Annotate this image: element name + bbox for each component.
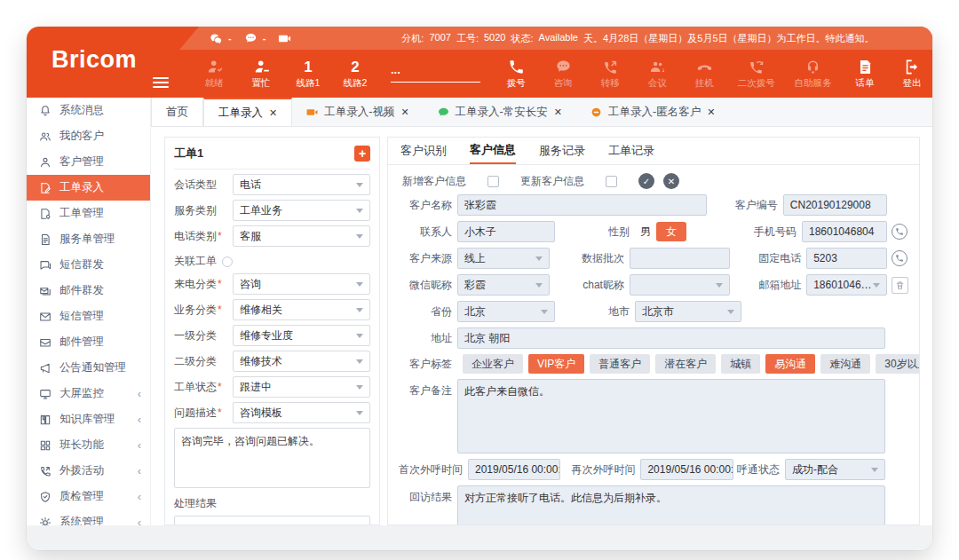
first-call-input[interactable]: 2019/05/16 00:00:00 (468, 459, 560, 480)
sidebar-item-sms-bulk[interactable]: 短信群发 (27, 252, 150, 278)
close-icon[interactable]: ✕ (554, 106, 562, 118)
address-input[interactable]: 北京 朝阳 (457, 327, 885, 349)
sidebar-item-system-messages[interactable]: 系统消息 (27, 98, 150, 123)
sidebar-item-ticket-management[interactable]: 工单管理 (27, 201, 150, 226)
email-select[interactable]: 18601046804@... (806, 274, 887, 296)
result-textarea[interactable] (174, 516, 370, 525)
gender-male-button[interactable]: 男 (635, 222, 656, 241)
hangup-button[interactable]: 挂机 (691, 59, 717, 90)
video-call-icon[interactable] (278, 32, 291, 45)
sidebar-item-announcements[interactable]: 公告通知管理 (27, 355, 150, 381)
tag-normal[interactable]: 普通客户 (590, 354, 650, 374)
line2-button[interactable]: 2 线路2 (342, 59, 369, 90)
chat-nick-select[interactable] (630, 274, 730, 296)
phone-type-select[interactable]: 客服 (233, 225, 370, 247)
phone-type-label: 电话类别* (174, 229, 233, 244)
ticket-status-select[interactable]: 跟进中 (233, 376, 370, 398)
menu-collapse-icon[interactable] (153, 75, 169, 91)
sidebar-item-service-order[interactable]: 服务单管理 (27, 226, 150, 252)
wechat-minimize[interactable]: - (228, 33, 232, 43)
tab-ticket-entry-changanchangan[interactable]: 工单录入-常安长安 ✕ (424, 98, 576, 126)
sidebar-item-quality-check[interactable]: 质检管理 ‹ (27, 484, 150, 509)
sidebar-item-big-screen[interactable]: 大屏监控 ‹ (27, 381, 150, 406)
ready-button[interactable]: 就绪 (201, 59, 227, 90)
batch-input[interactable] (630, 248, 730, 269)
wechat-icon[interactable] (210, 32, 223, 45)
chat-session-icon[interactable] (244, 32, 258, 45)
tag-easy[interactable]: 易沟通 (765, 354, 815, 374)
close-icon[interactable]: ✕ (269, 107, 277, 119)
sidebar-item-customer-management[interactable]: 客户管理 (27, 149, 150, 175)
contact-input[interactable]: 小木子 (457, 221, 555, 242)
service-type-select[interactable]: 工单业务 (233, 200, 370, 221)
sidebar-item-my-customers[interactable]: 我的客户 (27, 123, 150, 149)
self-service-button[interactable]: 自助服务 (795, 59, 831, 90)
sidebar-item-mail-management[interactable]: 邮件管理 (27, 329, 150, 355)
busy-button[interactable]: 置忙 (248, 59, 274, 90)
tag-enterprise[interactable]: 企业客户 (463, 354, 523, 374)
call-mobile-button[interactable] (891, 223, 908, 241)
note-textarea[interactable]: 此客户来自微信。 (457, 379, 885, 454)
tab-ticket-entry-video[interactable]: 工单录入-视频 ✕ (292, 98, 423, 126)
tab-ticket-entry[interactable]: 工单录入 ✕ (203, 98, 292, 126)
biz-class-select[interactable]: 维修相关 (233, 299, 370, 320)
level2-select[interactable]: 维修技术 (233, 351, 370, 372)
consult-button[interactable]: 咨询 (550, 59, 576, 90)
confirm-icon[interactable]: ✓ (638, 173, 654, 189)
tag-vip[interactable]: VIP客户 (528, 354, 584, 374)
sidebar-item-sms-management[interactable]: 短信管理 (27, 304, 150, 329)
sidebar-item-system-management[interactable]: 系统管理 ‹ (27, 509, 150, 525)
link-ticket-radio[interactable] (222, 256, 233, 267)
fixed-phone-input[interactable]: 5203 (806, 248, 887, 269)
tag-potential[interactable]: 潜在客户 (655, 354, 716, 374)
next-call-input[interactable]: 2019/05/16 00:00:00 (640, 459, 733, 480)
tab-service-records[interactable]: 服务记录 (539, 138, 585, 164)
source-select[interactable]: 线上 (457, 248, 550, 269)
level1-select[interactable]: 维修专业度 (233, 325, 370, 346)
sidebar-item-mail-bulk[interactable]: 邮件群发 (27, 278, 150, 304)
update-customer-checkbox[interactable] (606, 176, 617, 187)
call-record-button[interactable]: 话单 (852, 59, 878, 90)
tab-home[interactable]: 首页 (151, 98, 203, 126)
sidebar-item-supervisor[interactable]: 班长功能 ‹ (27, 432, 150, 458)
sidebar-item-knowledge-base[interactable]: 知识库管理 ‹ (27, 406, 150, 432)
transfer-button[interactable]: 转移 (597, 59, 623, 90)
cancel-icon[interactable]: ✕ (663, 173, 679, 189)
province-select[interactable]: 北京 (457, 301, 555, 322)
logout-button[interactable]: 登出 (899, 59, 925, 90)
announcement-icon (39, 362, 52, 375)
tab-ticket-entry-anonymous[interactable]: 工单录入-匿名客户 ✕ (576, 98, 729, 126)
call-fixed-button[interactable] (891, 249, 908, 267)
customer-name-input[interactable]: 张彩霞 (457, 194, 707, 216)
sidebar-item-ticket-entry[interactable]: 工单录入 (27, 175, 150, 201)
problem-desc-textarea[interactable]: 咨询完毕，咨询问题已解决。 (174, 428, 370, 488)
delete-email-button[interactable] (891, 276, 908, 294)
customer-code-input[interactable]: CN20190129008 (783, 194, 887, 216)
tab-customer-identify[interactable]: 客户识别 (400, 138, 447, 164)
chat-minimize[interactable]: - (263, 33, 266, 43)
tag-hard[interactable]: 难沟通 (820, 354, 870, 374)
call-class-select[interactable]: 咨询 (233, 273, 370, 295)
call-status-select[interactable]: 成功-配合 (785, 459, 885, 480)
monitor-icon (39, 388, 52, 400)
desc-template-select[interactable]: 咨询模板 (233, 402, 370, 423)
add-ticket-button[interactable]: + (354, 146, 370, 162)
conference-button[interactable]: 会议 (644, 59, 670, 90)
city-select[interactable]: 北京市 (635, 301, 741, 322)
tag-over30[interactable]: 30岁以上 (876, 354, 919, 374)
tab-customer-info[interactable]: 客户信息 (470, 138, 516, 164)
new-customer-checkbox[interactable] (487, 176, 499, 187)
line1-button[interactable]: 1 线路1 (295, 59, 321, 90)
redial-button[interactable]: 二次拨号 (738, 59, 774, 90)
close-icon[interactable]: ✕ (400, 106, 408, 118)
close-icon[interactable]: ✕ (707, 106, 715, 118)
tab-ticket-records[interactable]: 工单记录 (608, 138, 654, 164)
mobile-input[interactable]: 18601046804 (802, 221, 887, 242)
sidebar-item-outbound[interactable]: 外拨活动 ‹ (27, 458, 150, 484)
tag-town[interactable]: 城镇 (721, 354, 760, 374)
wechat-nick-select[interactable]: 彩霞 (457, 274, 550, 296)
visit-result-textarea[interactable]: 对方正常接听了电话。此信息为后期补录。 (457, 485, 885, 525)
session-type-select[interactable]: 电话 (233, 174, 370, 195)
gender-female-button[interactable]: 女 (656, 222, 686, 241)
dial-button[interactable]: 拨号 (503, 59, 529, 90)
